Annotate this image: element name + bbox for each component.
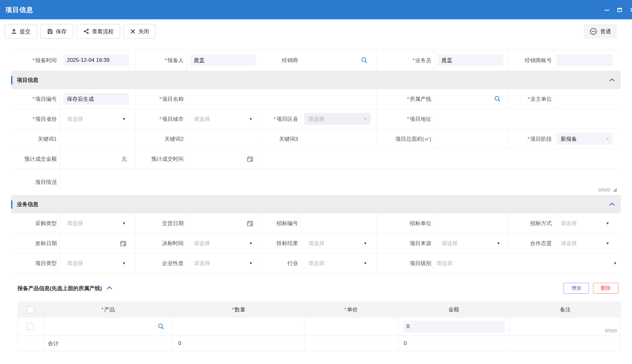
amount-input[interactable]: 0 bbox=[403, 321, 505, 333]
salesman-input[interactable]: 晁盖 bbox=[438, 54, 504, 66]
report-person-label: 报备人 bbox=[135, 50, 186, 71]
add-product-button[interactable]: 增加 bbox=[564, 283, 589, 294]
submit-button[interactable]: 提交 bbox=[4, 24, 37, 39]
keyword3-input[interactable] bbox=[301, 129, 376, 149]
project-type-select[interactable]: 请选择▼ bbox=[63, 257, 129, 269]
price-input[interactable] bbox=[304, 317, 398, 335]
owner-unit-input[interactable] bbox=[555, 89, 621, 109]
district-select[interactable]: 请选择▼ bbox=[304, 113, 370, 125]
floppy-save-icon bbox=[47, 29, 53, 34]
province-label: 项目省份 bbox=[11, 109, 60, 129]
minimize-button[interactable] bbox=[603, 6, 611, 14]
maximize-icon bbox=[617, 7, 622, 12]
report-time-input[interactable]: 2025-12-04 16:39 bbox=[63, 54, 129, 66]
dropdown-arrow-icon: ▼ bbox=[249, 242, 253, 245]
dealer-search-field[interactable] bbox=[304, 54, 370, 66]
collapse-product-section-button[interactable] bbox=[106, 285, 113, 291]
delivery-date-cell bbox=[186, 213, 262, 233]
purchase-type-label: 采购类型 bbox=[11, 213, 60, 233]
issue-date-field[interactable] bbox=[63, 237, 129, 249]
report-person-input[interactable]: 晁盖 bbox=[190, 54, 256, 66]
expected-amount-label: 预计成交金额 bbox=[11, 149, 60, 169]
bid-result-cell: 请选择▼ bbox=[301, 233, 376, 253]
keyword2-input[interactable] bbox=[186, 129, 262, 149]
product-line-label: 所属产线 bbox=[376, 89, 434, 109]
dealer-account-input[interactable] bbox=[557, 54, 613, 66]
total-label-cell: 合计 bbox=[43, 336, 173, 351]
dropdown-arrow-icon: ▼ bbox=[606, 137, 609, 141]
product-search-field[interactable] bbox=[43, 317, 173, 335]
industry-cell: 请选择▼ bbox=[301, 253, 376, 273]
collapse-project-section-button[interactable] bbox=[609, 77, 615, 83]
collapse-business-section-button[interactable] bbox=[609, 202, 615, 207]
expected-time-label: 预计成交时间 bbox=[135, 149, 186, 169]
expected-time-date-field[interactable] bbox=[190, 153, 256, 165]
total-price-cell bbox=[304, 336, 398, 351]
address-input[interactable] bbox=[434, 109, 621, 129]
submit-label: 提交 bbox=[20, 28, 30, 35]
award-time-select[interactable]: 请选择▼ bbox=[190, 237, 256, 249]
coop-attitude-cell: 请选择▼ bbox=[555, 233, 621, 253]
toolbar: 提交 保存 查看流程 关闭 普通 bbox=[0, 19, 632, 49]
bid-result-select[interactable]: 请选择▼ bbox=[304, 237, 370, 249]
purchase-type-select[interactable]: 请选择▼ bbox=[63, 217, 129, 229]
delivery-date-label: 交货日期 bbox=[135, 213, 186, 233]
note-input[interactable]: 0/500 bbox=[510, 317, 621, 335]
stage-select[interactable]: 新报备▼ bbox=[557, 133, 613, 145]
purchase-type-cell: 请选择▼ bbox=[60, 213, 135, 233]
project-name-input[interactable] bbox=[186, 89, 376, 109]
bid-no-input[interactable] bbox=[301, 213, 376, 233]
enterprise-nature-cell: 请选择▼ bbox=[186, 253, 262, 273]
product-line-search-field[interactable] bbox=[438, 93, 504, 105]
project-source-select[interactable]: 请选择▼ bbox=[438, 237, 504, 249]
char-counter: 0/500 bbox=[598, 187, 610, 192]
project-type-label: 项目类型 bbox=[11, 253, 60, 273]
select-all-checkbox[interactable] bbox=[27, 306, 34, 313]
priority-mode-badge[interactable]: 普通 bbox=[584, 24, 617, 39]
delivery-date-field[interactable] bbox=[190, 217, 256, 229]
upload-icon bbox=[11, 29, 17, 34]
total-area-input[interactable] bbox=[434, 129, 508, 149]
city-select[interactable]: 请选择▼ bbox=[190, 113, 256, 125]
project-no-cell: 保存后生成 bbox=[60, 89, 135, 109]
industry-select[interactable]: 请选择▼ bbox=[304, 257, 370, 269]
product-table-row: 0 0/500 bbox=[18, 317, 621, 336]
maximize-button[interactable] bbox=[616, 6, 624, 14]
dealer-account-cell bbox=[555, 50, 621, 71]
province-select[interactable]: 请选择▼ bbox=[63, 113, 129, 125]
close-icon bbox=[630, 7, 632, 12]
expected-amount-input[interactable] bbox=[63, 153, 120, 165]
row-checkbox[interactable] bbox=[27, 323, 34, 330]
bid-method-select[interactable]: 请选择▼ bbox=[557, 217, 613, 229]
award-time-label: 决标时间 bbox=[135, 233, 186, 253]
close-window-button[interactable] bbox=[628, 6, 632, 14]
save-button[interactable]: 保存 bbox=[41, 24, 73, 39]
project-type-cell: 请选择▼ bbox=[60, 253, 135, 273]
city-cell: 请选择▼ bbox=[186, 109, 262, 129]
enterprise-nature-label: 企业性质 bbox=[135, 253, 186, 273]
coop-attitude-select[interactable]: 请选择▼ bbox=[557, 237, 613, 249]
bid-unit-input[interactable] bbox=[434, 213, 508, 233]
project-desc-textarea[interactable]: 0/500 bbox=[60, 169, 621, 195]
dealer-cell bbox=[301, 50, 376, 71]
dropdown-arrow-icon: ▼ bbox=[363, 242, 367, 245]
enterprise-nature-select[interactable]: 请选择▼ bbox=[190, 257, 256, 269]
keyword1-input[interactable] bbox=[60, 129, 135, 149]
form-row-expected: 预计成交金额 元 预计成交时间 bbox=[11, 149, 621, 169]
issue-date-label: 发标日期 bbox=[11, 233, 60, 253]
stage-cell: 新报备▼ bbox=[555, 129, 621, 149]
view-flow-button[interactable]: 查看流程 bbox=[77, 24, 120, 39]
delete-product-button[interactable]: 删除 bbox=[593, 283, 618, 294]
priority-mode-label: 普通 bbox=[600, 28, 611, 35]
calendar-icon bbox=[247, 156, 253, 162]
product-section-header: 报备产品信息(先选上面的所属产线) 增加 删除 bbox=[11, 273, 621, 302]
close-form-button[interactable]: 关闭 bbox=[124, 24, 156, 39]
resize-grip-icon[interactable] bbox=[612, 187, 617, 193]
product-col-header: 产品 bbox=[43, 302, 173, 317]
project-no-input[interactable]: 保存后生成 bbox=[63, 93, 129, 105]
product-line-cell bbox=[434, 89, 508, 109]
project-level-select[interactable]: 请选择▼ bbox=[436, 257, 621, 269]
project-level-label: 项目级别 bbox=[376, 253, 434, 273]
project-source-label: 项目来源 bbox=[376, 233, 434, 253]
qty-input[interactable] bbox=[173, 317, 304, 335]
